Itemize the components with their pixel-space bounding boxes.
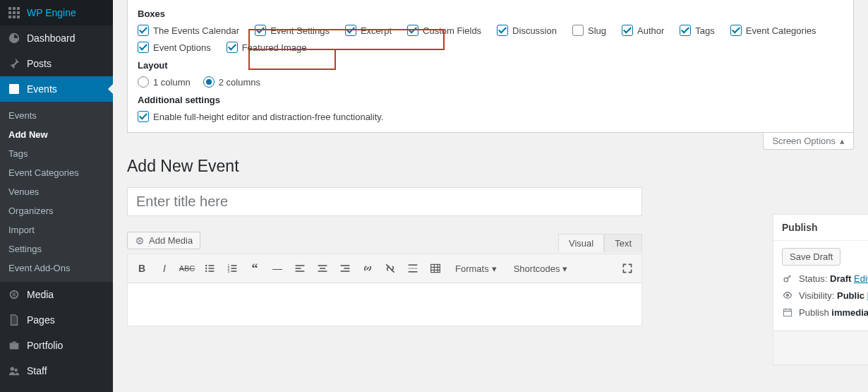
checkbox-slug[interactable]: Slug [572,25,606,36]
radio-2-columns[interactable]: 2 columns [203,76,260,88]
sidebar-item-pages[interactable]: Pages [0,307,113,333]
svg-rect-33 [318,271,327,272]
svg-rect-21 [208,271,214,272]
svg-rect-39 [409,271,418,273]
svg-rect-43 [783,309,791,316]
svg-rect-10 [10,85,19,88]
checkbox-event-settings[interactable]: Event Settings [255,25,330,36]
sidebar-item-media[interactable]: Media [0,282,113,307]
publish-heading: Publish [782,222,818,233]
checkbox-custom-fields[interactable]: Custom Fields [407,25,481,36]
formats-dropdown[interactable]: Formats▾ [448,259,504,278]
checkbox-event-options[interactable]: Event Options [138,42,211,53]
svg-point-41 [784,278,788,282]
hr-button[interactable]: — [267,259,287,278]
align-left-button[interactable] [290,259,310,278]
event-title-input[interactable] [127,187,642,216]
checkbox-author[interactable]: Author [622,25,664,36]
unlink-button[interactable] [380,259,400,278]
sidebar-item-label: Events [27,83,57,95]
table-button[interactable] [426,259,445,278]
sidebar-item-posts[interactable]: Posts [0,51,113,76]
sidebar-item-dashboard[interactable]: Dashboard [0,25,113,51]
align-right-button[interactable] [335,259,355,278]
sidebar-item-label: Dashboard [27,32,76,44]
svg-point-14 [14,369,18,372]
submenu-item-import[interactable]: Import [0,220,113,239]
align-center-button[interactable] [313,259,332,278]
svg-rect-34 [341,265,350,266]
sidebar-item-label: Posts [27,58,52,69]
editor-toolbar: B I ABC 123 “ — Formats▾ Shortcodes▾ [128,254,641,283]
fullscreen-button[interactable] [617,259,637,278]
staff-icon [7,364,21,378]
sidebar-item-events[interactable]: Events [0,76,113,102]
submenu-item-organizers[interactable]: Organizers [0,201,113,220]
main-content: Boxes The Events Calendar Event Settings… [113,0,868,392]
bullet-list-button[interactable] [200,259,219,278]
sidebar-item-label: Media [27,289,54,300]
svg-rect-6 [8,16,11,18]
svg-point-42 [787,295,789,297]
additional-heading: Additional settings [138,95,843,105]
checkbox-the-events-calendar[interactable]: The Events Calendar [138,25,239,36]
checkbox-featured-image[interactable]: Featured Image [227,42,307,53]
tab-text[interactable]: Text [604,234,642,252]
publish-metabox: Publish ▴ Save Draft Preview Status: Dra… [773,214,868,365]
svg-rect-27 [231,271,236,272]
submenu-item-settings[interactable]: Settings [0,239,113,259]
events-submenu: Events Add New Tags Event Categories Ven… [0,102,113,282]
submenu-item-event-categories[interactable]: Event Categories [0,163,113,182]
submenu-item-add-new[interactable]: Add New [0,125,113,144]
dashboard-icon [7,31,21,45]
checkbox-tags[interactable]: Tags [680,25,714,36]
save-draft-button[interactable]: Save Draft [782,248,840,266]
checkbox-event-categories[interactable]: Event Categories [730,25,816,36]
svg-rect-7 [13,16,16,18]
visibility-icon [782,290,793,301]
sidebar-item-label: Staff [27,365,47,376]
editor-content-area[interactable] [128,283,641,326]
checkbox-excerpt[interactable]: Excerpt [345,25,392,36]
sidebar-item-label: WP Engine [27,7,76,18]
sidebar-item-portfolio[interactable]: Portfolio [0,333,113,358]
link-button[interactable] [358,259,378,278]
numbered-list-button[interactable]: 123 [222,259,242,278]
svg-rect-36 [341,271,350,272]
layout-heading: Layout [138,60,843,71]
checkbox-discussion[interactable]: Discussion [497,25,557,36]
svg-rect-3 [8,11,11,14]
key-icon [782,273,793,284]
sidebar-item-wp-engine[interactable]: WP Engine [0,0,113,25]
submenu-item-event-addons[interactable]: Event Add-Ons [0,259,113,278]
submenu-item-events[interactable]: Events [0,106,113,125]
svg-point-13 [11,367,14,371]
blockquote-button[interactable]: “ [245,259,265,278]
add-media-button[interactable]: Add Media [127,232,200,249]
admin-sidebar: WP Engine Dashboard Posts Events Events … [0,0,113,392]
chevron-up-icon: ▴ [840,136,845,146]
submenu-item-venues[interactable]: Venues [0,182,113,201]
italic-button[interactable]: I [155,259,174,278]
tab-visual[interactable]: Visual [558,234,604,252]
strikethrough-button[interactable]: ABC [177,259,197,278]
svg-rect-1 [13,7,16,10]
svg-rect-31 [318,265,327,266]
content-editor: B I ABC 123 “ — Formats▾ Shortcodes▾ [127,254,642,326]
submenu-item-tags[interactable]: Tags [0,144,113,163]
screen-options-toggle[interactable]: Screen Options ▴ [763,133,854,150]
svg-rect-32 [320,268,325,269]
svg-point-16 [205,265,207,266]
svg-rect-4 [13,11,16,14]
sidebar-item-staff[interactable]: Staff [0,358,113,384]
svg-rect-40 [431,264,440,272]
insert-more-button[interactable] [403,259,423,278]
shortcodes-dropdown[interactable]: Shortcodes▾ [507,259,575,278]
edit-status-link[interactable]: Edit [854,273,868,284]
page-title: Add New Event [127,157,854,176]
checkbox-full-height-editor[interactable]: Enable full-height editor and distractio… [138,111,843,122]
bold-button[interactable]: B [132,259,152,278]
svg-rect-5 [17,11,20,14]
pin-icon [7,57,21,71]
radio-1-column[interactable]: 1 column [138,76,191,88]
